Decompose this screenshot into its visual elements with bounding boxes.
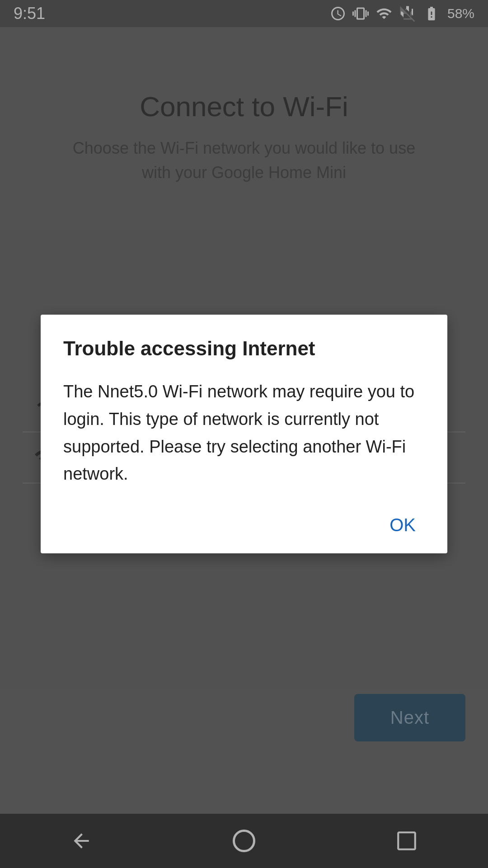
modal-overlay: Trouble accessing Internet The Nnet5.0 W… [0,0,488,868]
modal-title: Trouble accessing Internet [63,337,425,360]
modal-actions: OK [63,510,425,540]
modal-body: The Nnet5.0 Wi-Fi network may require yo… [63,378,425,488]
modal-ok-button[interactable]: OK [380,510,425,540]
trouble-internet-dialog: Trouble accessing Internet The Nnet5.0 W… [41,315,447,553]
